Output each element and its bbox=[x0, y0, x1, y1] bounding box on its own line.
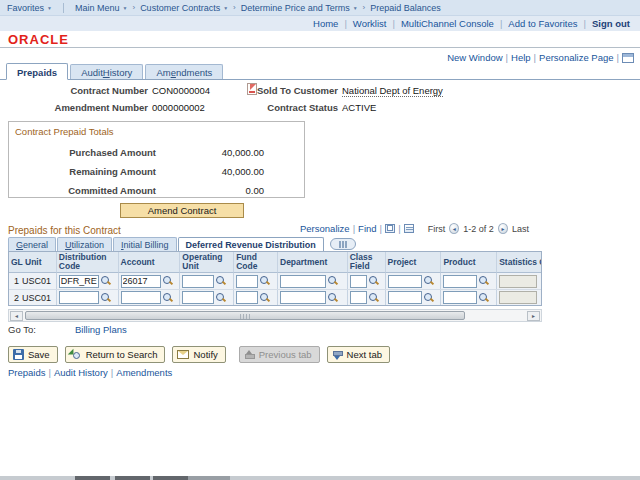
project-lookup-icon[interactable] bbox=[423, 275, 435, 287]
subtab-initial-billing[interactable]: Initial Billing bbox=[113, 237, 177, 251]
operating-unit-input[interactable] bbox=[182, 275, 214, 288]
operating-unit-input[interactable] bbox=[182, 291, 214, 304]
fund-code-lookup-icon[interactable] bbox=[259, 292, 271, 304]
product-lookup-icon[interactable] bbox=[478, 275, 490, 287]
save-button[interactable]: Save bbox=[8, 346, 58, 363]
column-header-label: Class Field bbox=[350, 253, 383, 271]
show-all-columns-button[interactable] bbox=[330, 238, 356, 250]
account-lookup-icon[interactable] bbox=[162, 292, 174, 304]
personalize-link[interactable]: Personalize bbox=[300, 223, 350, 234]
operating-unit-lookup-icon[interactable] bbox=[215, 275, 227, 287]
page-link-help[interactable]: Help bbox=[511, 52, 531, 63]
breadcrumb-favorites[interactable]: Favorites▼ bbox=[7, 3, 52, 13]
previous-rows-arrow-icon[interactable]: ◄ bbox=[449, 223, 459, 234]
sold-to-customer-value[interactable]: National Dept of Energy bbox=[342, 85, 443, 97]
view-all-popup-icon[interactable] bbox=[385, 224, 395, 233]
scroll-left-arrow-icon[interactable]: ◄ bbox=[10, 311, 23, 321]
download-icon[interactable] bbox=[404, 224, 414, 233]
next-tab-button[interactable]: Next tab bbox=[327, 346, 390, 363]
link-separator: | bbox=[398, 223, 400, 234]
breadcrumb-divider bbox=[63, 3, 64, 13]
distribution-code-lookup-icon[interactable] bbox=[100, 292, 112, 304]
project-input[interactable] bbox=[388, 275, 422, 288]
breadcrumb-item-determine-price-and-terms[interactable]: Determine Price and Terms▼ bbox=[241, 3, 358, 13]
cell-distribution-code bbox=[57, 290, 119, 305]
column-header-product: Product bbox=[441, 252, 497, 273]
first-label[interactable]: First bbox=[428, 224, 446, 234]
caret-down-icon: ▼ bbox=[223, 5, 228, 11]
fund-code-input[interactable] bbox=[236, 291, 258, 304]
statistics-c-input bbox=[499, 275, 537, 288]
column-header-gl-unit: GL Unit bbox=[9, 252, 57, 273]
product-input[interactable] bbox=[443, 291, 477, 304]
operating-unit-lookup-icon[interactable] bbox=[215, 292, 227, 304]
page-link-personalize-page[interactable]: Personalize Page bbox=[539, 52, 613, 63]
amend-contract-button[interactable]: Amend Contract bbox=[120, 203, 244, 218]
subtab-utilization[interactable]: Utilization bbox=[57, 237, 112, 251]
breadcrumb-item-customer-contracts[interactable]: Customer Contracts▼ bbox=[140, 3, 228, 13]
table-row: 2USC01 bbox=[9, 289, 541, 305]
fund-code-input[interactable] bbox=[236, 275, 258, 288]
tab-prepaids[interactable]: Prepaids bbox=[6, 63, 68, 80]
tab-audit-history[interactable]: Audit History bbox=[70, 64, 143, 79]
footer-link-amendments[interactable]: Amendments bbox=[116, 367, 172, 378]
fund-code-lookup-icon[interactable] bbox=[259, 275, 271, 287]
department-input[interactable] bbox=[280, 291, 326, 304]
last-label[interactable]: Last bbox=[512, 224, 529, 234]
row-number: 2 bbox=[11, 293, 19, 303]
gl-unit-value: USC01 bbox=[22, 276, 51, 286]
sign-out-link[interactable]: Sign out bbox=[592, 18, 630, 29]
cell-class-field bbox=[348, 290, 386, 305]
totals-value: 40,000.00 bbox=[156, 147, 264, 158]
scroll-right-arrow-icon[interactable]: ► bbox=[527, 311, 540, 321]
gl-unit-value: USC01 bbox=[22, 293, 51, 303]
account-input[interactable] bbox=[121, 275, 161, 288]
account-input[interactable] bbox=[121, 291, 161, 304]
column-header-label: Statistics C bbox=[499, 258, 541, 267]
header-link-multichannel-console[interactable]: MultiChannel Console bbox=[401, 18, 494, 29]
department-lookup-icon[interactable] bbox=[327, 275, 339, 287]
cell-fund-code bbox=[234, 273, 278, 289]
page-link-new-window[interactable]: New Window bbox=[447, 52, 502, 63]
subtab-general[interactable]: General bbox=[8, 237, 56, 251]
distribution-code-input[interactable] bbox=[59, 291, 99, 304]
header-link-worklist[interactable]: Worklist bbox=[353, 18, 387, 29]
oracle-logo: ORACLE bbox=[8, 32, 69, 47]
link-separator: | bbox=[380, 223, 382, 234]
return-to-search-button[interactable]: Return to Search bbox=[65, 346, 166, 363]
scrollbar-thumb[interactable] bbox=[25, 311, 465, 320]
button-label: Return to Search bbox=[86, 349, 158, 360]
distribution-code-input[interactable] bbox=[59, 275, 99, 288]
totals-label: Purchased Amount bbox=[11, 147, 156, 158]
tab-amendments[interactable]: Amendments bbox=[145, 64, 223, 79]
distribution-code-lookup-icon[interactable] bbox=[100, 275, 112, 287]
find-link[interactable]: Find bbox=[358, 223, 376, 234]
header-link-add-to-favorites[interactable]: Add to Favorites bbox=[508, 18, 577, 29]
project-lookup-icon[interactable] bbox=[423, 292, 435, 304]
class-field-lookup-icon[interactable] bbox=[368, 275, 380, 287]
billing-plans-link[interactable]: Billing Plans bbox=[75, 324, 127, 335]
copy-url-icon[interactable] bbox=[622, 53, 634, 63]
class-field-input[interactable] bbox=[350, 275, 367, 288]
column-header-operating-unit: Operating Unit bbox=[180, 252, 234, 273]
account-lookup-icon[interactable] bbox=[162, 275, 174, 287]
product-lookup-icon[interactable] bbox=[478, 292, 490, 304]
breadcrumb-item-prepaid-balances[interactable]: Prepaid Balances bbox=[370, 3, 441, 13]
project-input[interactable] bbox=[388, 291, 422, 304]
department-input[interactable] bbox=[280, 275, 326, 288]
footer-link-prepaids[interactable]: Prepaids bbox=[8, 367, 46, 378]
columns-icon bbox=[342, 241, 344, 248]
product-input[interactable] bbox=[443, 275, 477, 288]
class-field-lookup-icon[interactable] bbox=[368, 292, 380, 304]
class-field-input[interactable] bbox=[350, 291, 367, 304]
footer-link-audit-history[interactable]: Audit History bbox=[54, 367, 108, 378]
subtab-deferred-revenue-distribution[interactable]: Deferred Revenue Distribution bbox=[178, 237, 324, 251]
horizontal-scrollbar[interactable]: ◄ ► bbox=[8, 309, 542, 322]
column-header-account: Account bbox=[119, 252, 181, 273]
next-rows-arrow-icon[interactable]: ► bbox=[498, 223, 508, 234]
breadcrumb-item-main-menu[interactable]: Main Menu▼ bbox=[75, 3, 127, 13]
columns-icon bbox=[339, 241, 341, 248]
header-link-home[interactable]: Home bbox=[313, 18, 338, 29]
notify-button[interactable]: Notify bbox=[172, 346, 225, 363]
department-lookup-icon[interactable] bbox=[327, 292, 339, 304]
